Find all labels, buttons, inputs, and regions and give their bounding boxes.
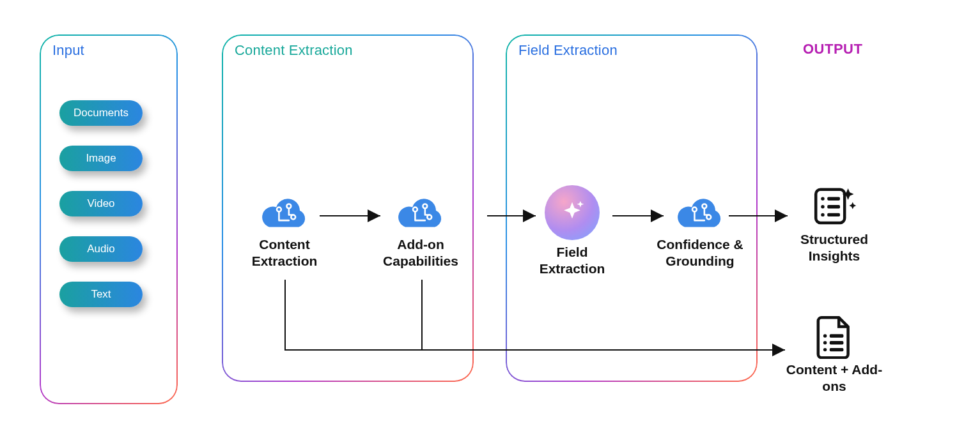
node-content-extraction-label: Content Extraction [237,236,332,270]
node-confidence-grounding: Confidence & Grounding [652,194,748,270]
svg-point-20 [823,348,827,351]
pill-documents: Documents [59,100,143,126]
output-content-addons-label: Content + Add-ons [783,361,885,395]
svg-point-10 [821,197,824,201]
pill-audio: Audio [59,236,143,262]
svg-point-12 [821,205,824,208]
cloud-icon [673,194,727,232]
output-structured-insights-label: Structured Insights [783,231,885,265]
structured-insights-icon [811,183,857,229]
svg-rect-15 [827,213,840,216]
node-field-extraction: Field Extraction [524,185,620,278]
document-list-icon [811,313,857,359]
node-addon-capabilities: Add-on Capabilities [373,194,469,270]
cloud-icon [393,194,448,232]
panel-content-extraction-title: Content Extraction [235,42,353,59]
output-structured-insights: Structured Insights [783,183,885,265]
node-confidence-grounding-label: Confidence & Grounding [652,236,748,270]
output-title: OUTPUT [803,41,862,57]
output-content-addons: Content + Add-ons [783,313,885,395]
panel-input: Input [41,36,176,403]
sparkle-badge-icon [545,185,600,240]
svg-point-18 [823,341,827,344]
node-addon-capabilities-label: Add-on Capabilities [373,236,469,270]
node-content-extraction: Content Extraction [237,194,332,270]
panel-field-extraction-title: Field Extraction [518,42,618,59]
svg-point-14 [821,213,824,216]
svg-rect-21 [830,348,844,351]
panel-input-title: Input [52,42,84,59]
cloud-icon [257,194,312,232]
pill-image: Image [59,146,143,171]
node-field-extraction-label: Field Extraction [524,244,620,278]
pill-video: Video [59,191,143,216]
svg-point-16 [823,334,827,337]
svg-rect-19 [830,341,844,344]
svg-rect-17 [830,334,844,337]
pill-text: Text [59,282,143,307]
svg-rect-13 [827,205,840,208]
svg-rect-11 [827,197,840,201]
